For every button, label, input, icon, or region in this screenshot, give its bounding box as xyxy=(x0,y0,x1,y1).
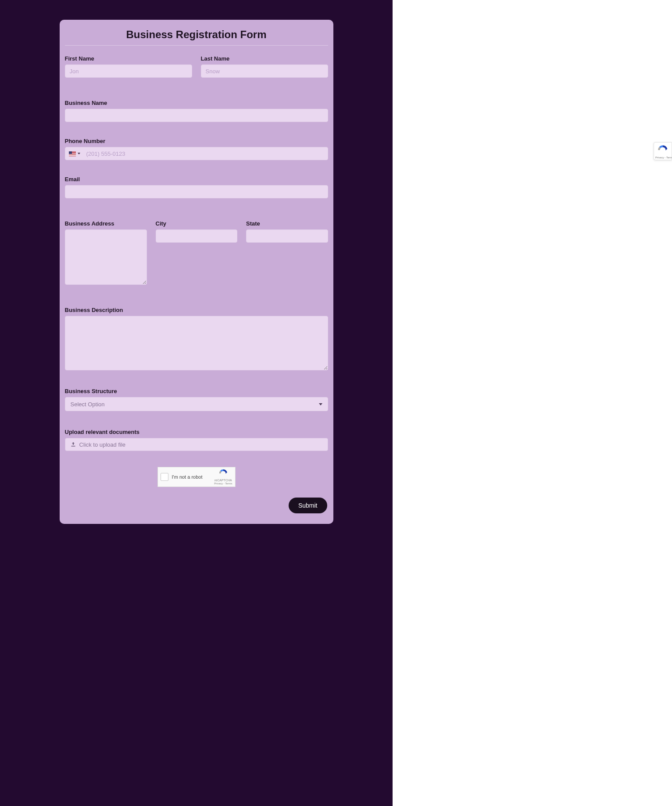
last-name-label: Last Name xyxy=(201,55,328,62)
description-row: Business Description xyxy=(65,307,328,370)
last-name-field: Last Name xyxy=(201,55,328,78)
state-input[interactable] xyxy=(246,229,328,243)
flag-us-icon xyxy=(69,151,76,156)
city-input[interactable] xyxy=(156,229,238,243)
phone-input[interactable] xyxy=(83,147,328,160)
submit-row: Submit xyxy=(65,498,328,513)
description-label: Business Description xyxy=(65,307,328,313)
state-label: State xyxy=(246,220,328,227)
description-field: Business Description xyxy=(65,307,328,370)
form-title: Business Registration Form xyxy=(65,27,328,46)
structure-field: Business Structure Select Option xyxy=(65,388,328,411)
white-side: Privacy - Terms xyxy=(393,0,672,806)
business-name-row: Business Name xyxy=(65,100,328,122)
registration-form-card: Business Registration Form First Name La… xyxy=(60,20,333,524)
structure-label: Business Structure xyxy=(65,388,328,394)
address-row: Business Address City State xyxy=(65,220,328,285)
upload-field: Upload relevant documents Click to uploa… xyxy=(65,429,328,451)
recaptcha-logo-icon xyxy=(218,469,228,478)
phone-field: Phone Number xyxy=(65,138,328,160)
name-row: First Name Last Name xyxy=(65,55,328,78)
business-name-field: Business Name xyxy=(65,100,328,122)
recaptcha-badge-links: Privacy - Terms xyxy=(655,156,670,159)
phone-input-wrapper xyxy=(65,147,328,160)
recaptcha-widget: I'm not a robot reCAPTCHA Privacy - Term… xyxy=(157,467,236,487)
business-address-input[interactable] xyxy=(65,229,147,285)
email-field: Email xyxy=(65,176,328,198)
structure-select[interactable]: Select Option xyxy=(65,397,328,411)
business-address-field: Business Address xyxy=(65,220,147,285)
upload-button-label: Click to upload file xyxy=(79,441,126,448)
recaptcha-checkbox[interactable] xyxy=(161,473,168,481)
structure-select-value: Select Option xyxy=(71,401,105,408)
chevron-down-icon xyxy=(78,153,80,154)
state-field: State xyxy=(246,220,328,285)
upload-icon xyxy=(71,442,76,447)
recaptcha-brand-name: reCAPTCHA xyxy=(214,479,232,482)
dark-background: Business Registration Form First Name La… xyxy=(0,0,393,806)
upload-row: Upload relevant documents Click to uploa… xyxy=(65,429,328,451)
first-name-field: First Name xyxy=(65,55,192,78)
submit-button[interactable]: Submit xyxy=(289,498,327,513)
captcha-row: I'm not a robot reCAPTCHA Privacy - Term… xyxy=(65,467,328,487)
chevron-down-icon xyxy=(319,403,322,405)
recaptcha-links: Privacy - Terms xyxy=(214,482,232,485)
city-label: City xyxy=(156,220,238,227)
last-name-input[interactable] xyxy=(201,64,328,78)
recaptcha-brand: reCAPTCHA Privacy - Terms xyxy=(214,469,232,485)
recaptcha-text: I'm not a robot xyxy=(172,474,211,480)
upload-button[interactable]: Click to upload file xyxy=(65,438,328,451)
phone-row: Phone Number xyxy=(65,138,328,160)
structure-row: Business Structure Select Option xyxy=(65,388,328,411)
email-input[interactable] xyxy=(65,185,328,198)
first-name-label: First Name xyxy=(65,55,192,62)
business-name-label: Business Name xyxy=(65,100,328,106)
page: Business Registration Form First Name La… xyxy=(0,0,672,806)
description-input[interactable] xyxy=(65,316,328,370)
city-field: City xyxy=(156,220,238,285)
phone-country-select[interactable] xyxy=(65,147,83,160)
business-name-input[interactable] xyxy=(65,109,328,122)
phone-label: Phone Number xyxy=(65,138,328,144)
upload-label: Upload relevant documents xyxy=(65,429,328,435)
recaptcha-floating-badge[interactable]: Privacy - Terms xyxy=(654,142,672,160)
recaptcha-logo-icon xyxy=(655,144,670,156)
email-label: Email xyxy=(65,176,328,183)
business-address-label: Business Address xyxy=(65,220,147,227)
first-name-input[interactable] xyxy=(65,64,192,78)
email-row: Email xyxy=(65,176,328,198)
